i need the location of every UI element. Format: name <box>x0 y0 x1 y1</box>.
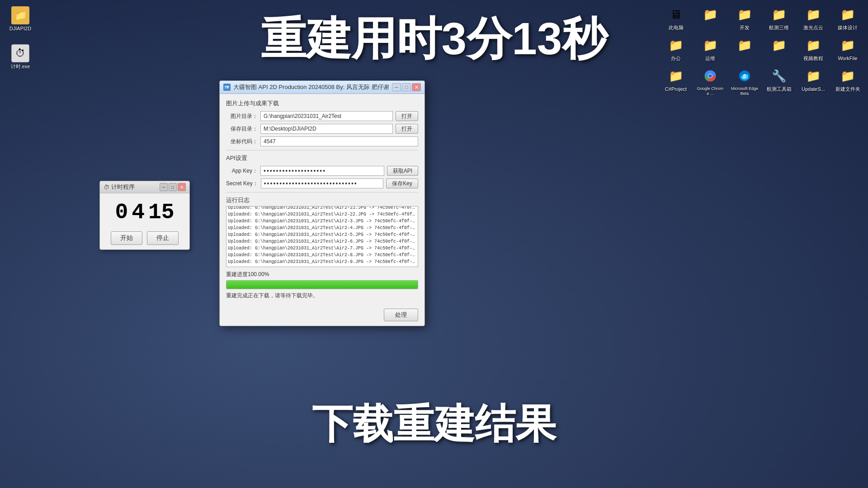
timer-close-btn[interactable]: ✕ <box>178 183 186 191</box>
secretkey-input[interactable] <box>261 178 384 188</box>
secretkey-label: Secret Key： <box>226 180 258 188</box>
icon-djiapi2d[interactable]: 📁 DJIAPI2D <box>5 5 36 33</box>
getapi-btn[interactable]: 获取API <box>387 166 418 176</box>
svg-text:β: β <box>743 74 746 79</box>
progress-bar-fill <box>226 281 418 289</box>
save-dir-input[interactable] <box>260 124 393 134</box>
status-text: 重建完成正在下载，请等待下载完毕。 <box>226 292 418 300</box>
save-dir-open-btn[interactable]: 打开 <box>396 124 418 134</box>
progress-section: 重建进度100.00% 重建完成正在下载，请等待下载完毕。 <box>226 271 418 300</box>
log-line: Uploaded: G:\hangpian\20231031_Air2Test\… <box>228 231 416 238</box>
log-line: Uploaded: G:\hangpian\20231031_Air2Test\… <box>228 252 416 258</box>
app-title-controls: ─ □ ✕ <box>392 83 421 91</box>
icon-blank2[interactable]: 📁 <box>729 34 760 63</box>
app-title-left: 🗺 大疆智图 API 2D Production 20240508 By: 风言… <box>223 83 389 91</box>
progress-label: 重建进度100.00% <box>226 271 418 278</box>
timer-titlebar: ⏱ 计时程序 ─ □ ✕ <box>100 181 189 193</box>
timer-stop-btn[interactable]: 停止 <box>147 231 179 245</box>
timer-title-area: ⏱ 计时程序 <box>104 183 135 191</box>
icon-bangong[interactable]: 📁 办公 <box>660 34 692 63</box>
timer-controls: ─ □ ✕ <box>160 183 186 191</box>
icon-kaifeng[interactable]: 📁 开发 <box>729 4 760 33</box>
img-dir-row: 图片目录： 打开 <box>226 111 418 121</box>
overlay-title: 重建用时3分13秒 <box>261 9 608 70</box>
log-area[interactable]: Uploaded: G:\hangpian\20231031_Air2Test\… <box>226 206 418 267</box>
timer-restore-btn[interactable]: □ <box>169 183 177 191</box>
save-dir-label: 保存目录： <box>226 125 258 133</box>
timer-digit-0: 0 <box>115 200 128 225</box>
log-line: Uploaded: G:\hangpian\20231031_Air2Test\… <box>228 218 416 225</box>
coord-label: 坐标代码： <box>226 138 258 145</box>
app-content: 图片上传与成果下载 图片目录： 打开 保存目录： 打开 坐标代码： API设置 … <box>220 94 425 305</box>
log-section-title: 运行日志 <box>226 196 418 204</box>
icon-updates[interactable]: 📁 UpdateS... <box>797 65 829 98</box>
img-dir-label: 图片目录： <box>226 113 258 120</box>
save-dir-row: 保存目录： 打开 <box>226 124 418 134</box>
timer-buttons: 开始 停止 <box>111 231 179 245</box>
timer-display: 0 4 15 <box>115 200 174 225</box>
appkey-input[interactable] <box>260 166 384 176</box>
log-line: Uploaded: G:\hangpian\20231031_Air2Test\… <box>228 238 416 245</box>
overlay-subtitle: 下载重建结果 <box>312 397 556 452</box>
log-line: Uploaded: G:\hangpian\20231031_Air2Test\… <box>228 225 416 231</box>
log-line: Uploaded: G:\hangpian\20231031_Air2Test\… <box>228 258 416 265</box>
app-title-text: 大疆智图 API 2D Production 20240508 By: 风言无际… <box>233 83 389 91</box>
appkey-row: App Key： 获取API <box>226 166 418 176</box>
timer-digit-2: 15 <box>148 200 175 225</box>
api-section-title: API设置 <box>226 154 418 162</box>
icon-newfolder[interactable]: 📁 新建文件夹 <box>832 65 863 98</box>
log-line: Uploaded: G:\hangpian\20231031_Air2Test\… <box>228 206 416 211</box>
timer-icon: ⏱ <box>104 184 109 191</box>
coord-row: 坐标代码： <box>226 136 418 146</box>
icon-yuanwei[interactable]: 📁 运维 <box>694 34 726 63</box>
svg-point-2 <box>708 74 712 78</box>
icon-workfile[interactable]: 📁 WorkFile <box>832 34 863 63</box>
log-line: Uploaded: G:\hangpian\20231031_Air2Test\… <box>228 211 416 218</box>
icon-timer-label: 计时.exe <box>11 64 30 70</box>
app-window: 🗺 大疆智图 API 2D Production 20240508 By: 风言… <box>219 80 425 326</box>
app-close-btn[interactable]: ✕ <box>412 83 421 91</box>
icon-timer[interactable]: ⏱ 计时.exe <box>5 42 36 71</box>
icon-hangcetool[interactable]: 🔧 航测工具箱 <box>763 65 795 98</box>
appkey-label: App Key： <box>226 167 258 175</box>
icon-pc[interactable]: 🖥 此电脑 <box>660 4 692 33</box>
icon-meiti[interactable]: 📁 媒体设计 <box>832 4 863 33</box>
icon-jiguang[interactable]: 📁 激光点云 <box>797 4 829 33</box>
icon-hangce[interactable]: 📁 航测三维 <box>763 4 795 33</box>
progress-bar-container <box>226 280 418 289</box>
coord-input[interactable] <box>260 136 418 146</box>
img-dir-open-btn[interactable]: 打开 <box>396 111 418 121</box>
savekey-btn[interactable]: 保存Key <box>386 178 418 188</box>
timer-minimize-btn[interactable]: ─ <box>160 183 168 191</box>
timer-title-text: 计时程序 <box>111 183 135 191</box>
app-titlebar: 🗺 大疆智图 API 2D Production 20240508 By: 风言… <box>220 81 425 94</box>
timer-window: ⏱ 计时程序 ─ □ ✕ 0 4 15 开始 停止 <box>99 181 190 250</box>
timer-start-btn[interactable]: 开始 <box>111 231 142 245</box>
app-footer: 处理 <box>220 305 425 326</box>
upload-section-title: 图片上传与成果下载 <box>226 99 418 108</box>
secretkey-row: Secret Key： 保存Key <box>226 178 418 188</box>
divider2 <box>226 192 418 192</box>
img-dir-input[interactable] <box>260 111 393 121</box>
desktop-icons-left: 📁 DJIAPI2D ⏱ 计时.exe <box>5 5 36 71</box>
app-minimize-btn[interactable]: ─ <box>392 83 401 91</box>
log-line: Uploaded: G:\hangpian\20231031_Air2Test\… <box>228 245 416 252</box>
timer-body: 0 4 15 开始 停止 <box>100 193 189 249</box>
icon-jiaocheng[interactable]: 📁 视频教程 <box>797 34 829 63</box>
icon-djiapi2d-label: DJIAPI2D <box>9 26 31 32</box>
desktop: 📁 DJIAPI2D ⏱ 计时.exe 🖥 此电脑 📁 📁 开发 📁 航测三维 <box>0 0 868 488</box>
timer-digit-1: 4 <box>132 200 145 225</box>
divider1 <box>226 150 418 150</box>
icon-chrome[interactable]: Google Chrome ... <box>694 65 726 98</box>
icon-folder-blank[interactable]: 📁 <box>694 4 726 33</box>
app-restore-btn[interactable]: □ <box>402 83 411 91</box>
process-btn[interactable]: 处理 <box>384 309 418 321</box>
icon-edge[interactable]: β Microsoft Edge Beta <box>729 65 760 98</box>
icon-csharp[interactable]: 📁 C#Project <box>660 65 692 98</box>
app-icon: 🗺 <box>223 84 231 91</box>
icon-blank3[interactable]: 📁 <box>763 34 795 63</box>
